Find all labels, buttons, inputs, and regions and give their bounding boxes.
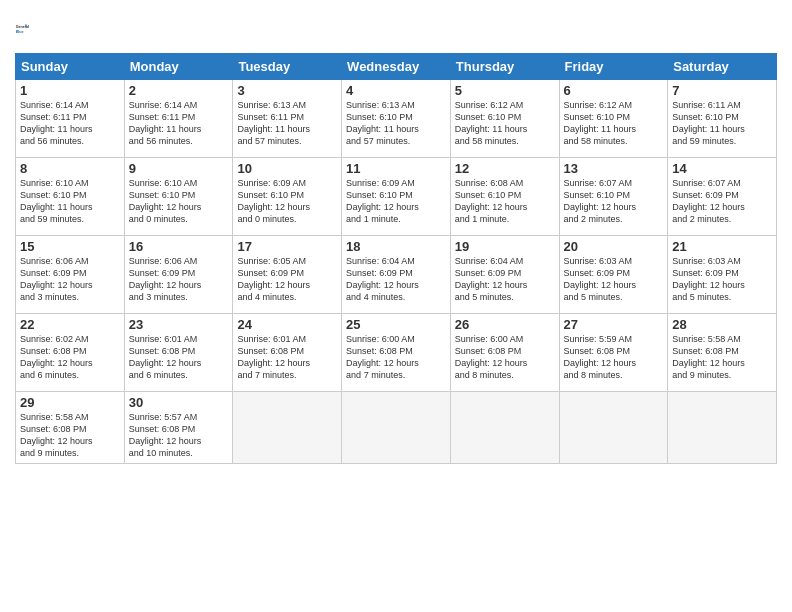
calendar-day: 5Sunrise: 6:12 AM Sunset: 6:10 PM Daylig… bbox=[450, 80, 559, 158]
calendar-day: 16Sunrise: 6:06 AM Sunset: 6:09 PM Dayli… bbox=[124, 236, 233, 314]
day-number: 17 bbox=[237, 239, 337, 254]
day-info: Sunrise: 5:57 AM Sunset: 6:08 PM Dayligh… bbox=[129, 411, 229, 460]
weekday-header-tuesday: Tuesday bbox=[233, 54, 342, 80]
weekday-header-wednesday: Wednesday bbox=[342, 54, 451, 80]
calendar-day: 1Sunrise: 6:14 AM Sunset: 6:11 PM Daylig… bbox=[16, 80, 125, 158]
day-info: Sunrise: 6:00 AM Sunset: 6:08 PM Dayligh… bbox=[455, 333, 555, 382]
calendar-day: 9Sunrise: 6:10 AM Sunset: 6:10 PM Daylig… bbox=[124, 158, 233, 236]
calendar-day: 28Sunrise: 5:58 AM Sunset: 6:08 PM Dayli… bbox=[668, 314, 777, 392]
calendar-week-2: 8Sunrise: 6:10 AM Sunset: 6:10 PM Daylig… bbox=[16, 158, 777, 236]
calendar-day: 22Sunrise: 6:02 AM Sunset: 6:08 PM Dayli… bbox=[16, 314, 125, 392]
calendar-day: 7Sunrise: 6:11 AM Sunset: 6:10 PM Daylig… bbox=[668, 80, 777, 158]
day-info: Sunrise: 6:03 AM Sunset: 6:09 PM Dayligh… bbox=[672, 255, 772, 304]
day-number: 14 bbox=[672, 161, 772, 176]
day-number: 2 bbox=[129, 83, 229, 98]
day-number: 4 bbox=[346, 83, 446, 98]
svg-marker-2 bbox=[25, 24, 27, 26]
weekday-header-sunday: Sunday bbox=[16, 54, 125, 80]
calendar-day: 8Sunrise: 6:10 AM Sunset: 6:10 PM Daylig… bbox=[16, 158, 125, 236]
day-number: 21 bbox=[672, 239, 772, 254]
day-info: Sunrise: 6:05 AM Sunset: 6:09 PM Dayligh… bbox=[237, 255, 337, 304]
day-info: Sunrise: 6:06 AM Sunset: 6:09 PM Dayligh… bbox=[129, 255, 229, 304]
calendar-week-1: 1Sunrise: 6:14 AM Sunset: 6:11 PM Daylig… bbox=[16, 80, 777, 158]
day-number: 9 bbox=[129, 161, 229, 176]
calendar-header: SundayMondayTuesdayWednesdayThursdayFrid… bbox=[16, 54, 777, 80]
calendar-day: 17Sunrise: 6:05 AM Sunset: 6:09 PM Dayli… bbox=[233, 236, 342, 314]
day-number: 27 bbox=[564, 317, 664, 332]
day-number: 12 bbox=[455, 161, 555, 176]
day-number: 23 bbox=[129, 317, 229, 332]
day-info: Sunrise: 6:10 AM Sunset: 6:10 PM Dayligh… bbox=[20, 177, 120, 226]
svg-text:General: General bbox=[16, 25, 29, 29]
calendar-day: 12Sunrise: 6:08 AM Sunset: 6:10 PM Dayli… bbox=[450, 158, 559, 236]
day-number: 8 bbox=[20, 161, 120, 176]
calendar-day: 2Sunrise: 6:14 AM Sunset: 6:11 PM Daylig… bbox=[124, 80, 233, 158]
calendar-day: 15Sunrise: 6:06 AM Sunset: 6:09 PM Dayli… bbox=[16, 236, 125, 314]
day-number: 13 bbox=[564, 161, 664, 176]
calendar-table: SundayMondayTuesdayWednesdayThursdayFrid… bbox=[15, 53, 777, 464]
day-info: Sunrise: 6:07 AM Sunset: 6:09 PM Dayligh… bbox=[672, 177, 772, 226]
calendar-day bbox=[342, 392, 451, 464]
day-number: 26 bbox=[455, 317, 555, 332]
day-number: 22 bbox=[20, 317, 120, 332]
day-info: Sunrise: 6:01 AM Sunset: 6:08 PM Dayligh… bbox=[129, 333, 229, 382]
day-info: Sunrise: 6:12 AM Sunset: 6:10 PM Dayligh… bbox=[564, 99, 664, 148]
logo-icon: General Blue bbox=[15, 15, 43, 43]
day-number: 7 bbox=[672, 83, 772, 98]
day-number: 24 bbox=[237, 317, 337, 332]
calendar-day: 29Sunrise: 5:58 AM Sunset: 6:08 PM Dayli… bbox=[16, 392, 125, 464]
logo: General Blue bbox=[15, 15, 47, 43]
day-number: 30 bbox=[129, 395, 229, 410]
day-info: Sunrise: 6:10 AM Sunset: 6:10 PM Dayligh… bbox=[129, 177, 229, 226]
calendar-day: 23Sunrise: 6:01 AM Sunset: 6:08 PM Dayli… bbox=[124, 314, 233, 392]
day-number: 18 bbox=[346, 239, 446, 254]
day-number: 6 bbox=[564, 83, 664, 98]
calendar-day: 3Sunrise: 6:13 AM Sunset: 6:11 PM Daylig… bbox=[233, 80, 342, 158]
svg-text:Blue: Blue bbox=[16, 30, 24, 34]
calendar-day bbox=[450, 392, 559, 464]
day-number: 5 bbox=[455, 83, 555, 98]
day-info: Sunrise: 6:09 AM Sunset: 6:10 PM Dayligh… bbox=[237, 177, 337, 226]
calendar-day: 25Sunrise: 6:00 AM Sunset: 6:08 PM Dayli… bbox=[342, 314, 451, 392]
weekday-header-monday: Monday bbox=[124, 54, 233, 80]
weekday-header-friday: Friday bbox=[559, 54, 668, 80]
calendar-day: 19Sunrise: 6:04 AM Sunset: 6:09 PM Dayli… bbox=[450, 236, 559, 314]
calendar-day: 11Sunrise: 6:09 AM Sunset: 6:10 PM Dayli… bbox=[342, 158, 451, 236]
day-info: Sunrise: 6:11 AM Sunset: 6:10 PM Dayligh… bbox=[672, 99, 772, 148]
header: General Blue bbox=[15, 15, 777, 43]
calendar-day: 6Sunrise: 6:12 AM Sunset: 6:10 PM Daylig… bbox=[559, 80, 668, 158]
calendar-day: 14Sunrise: 6:07 AM Sunset: 6:09 PM Dayli… bbox=[668, 158, 777, 236]
day-number: 19 bbox=[455, 239, 555, 254]
day-info: Sunrise: 6:08 AM Sunset: 6:10 PM Dayligh… bbox=[455, 177, 555, 226]
calendar-day bbox=[233, 392, 342, 464]
day-number: 10 bbox=[237, 161, 337, 176]
day-info: Sunrise: 5:58 AM Sunset: 6:08 PM Dayligh… bbox=[672, 333, 772, 382]
weekday-header-saturday: Saturday bbox=[668, 54, 777, 80]
calendar-day: 18Sunrise: 6:04 AM Sunset: 6:09 PM Dayli… bbox=[342, 236, 451, 314]
calendar-day: 10Sunrise: 6:09 AM Sunset: 6:10 PM Dayli… bbox=[233, 158, 342, 236]
day-info: Sunrise: 6:13 AM Sunset: 6:11 PM Dayligh… bbox=[237, 99, 337, 148]
calendar-body: 1Sunrise: 6:14 AM Sunset: 6:11 PM Daylig… bbox=[16, 80, 777, 464]
calendar-day: 4Sunrise: 6:13 AM Sunset: 6:10 PM Daylig… bbox=[342, 80, 451, 158]
day-info: Sunrise: 6:07 AM Sunset: 6:10 PM Dayligh… bbox=[564, 177, 664, 226]
calendar-day: 27Sunrise: 5:59 AM Sunset: 6:08 PM Dayli… bbox=[559, 314, 668, 392]
day-info: Sunrise: 6:12 AM Sunset: 6:10 PM Dayligh… bbox=[455, 99, 555, 148]
calendar-day bbox=[668, 392, 777, 464]
day-info: Sunrise: 6:09 AM Sunset: 6:10 PM Dayligh… bbox=[346, 177, 446, 226]
day-number: 16 bbox=[129, 239, 229, 254]
calendar-day: 26Sunrise: 6:00 AM Sunset: 6:08 PM Dayli… bbox=[450, 314, 559, 392]
day-number: 11 bbox=[346, 161, 446, 176]
day-info: Sunrise: 6:03 AM Sunset: 6:09 PM Dayligh… bbox=[564, 255, 664, 304]
calendar-day: 30Sunrise: 5:57 AM Sunset: 6:08 PM Dayli… bbox=[124, 392, 233, 464]
day-info: Sunrise: 6:04 AM Sunset: 6:09 PM Dayligh… bbox=[455, 255, 555, 304]
day-number: 15 bbox=[20, 239, 120, 254]
calendar-day: 20Sunrise: 6:03 AM Sunset: 6:09 PM Dayli… bbox=[559, 236, 668, 314]
calendar-day: 13Sunrise: 6:07 AM Sunset: 6:10 PM Dayli… bbox=[559, 158, 668, 236]
calendar-week-3: 15Sunrise: 6:06 AM Sunset: 6:09 PM Dayli… bbox=[16, 236, 777, 314]
calendar-day bbox=[559, 392, 668, 464]
calendar-week-4: 22Sunrise: 6:02 AM Sunset: 6:08 PM Dayli… bbox=[16, 314, 777, 392]
calendar-day: 21Sunrise: 6:03 AM Sunset: 6:09 PM Dayli… bbox=[668, 236, 777, 314]
day-info: Sunrise: 6:14 AM Sunset: 6:11 PM Dayligh… bbox=[129, 99, 229, 148]
weekday-header-row: SundayMondayTuesdayWednesdayThursdayFrid… bbox=[16, 54, 777, 80]
day-info: Sunrise: 6:00 AM Sunset: 6:08 PM Dayligh… bbox=[346, 333, 446, 382]
